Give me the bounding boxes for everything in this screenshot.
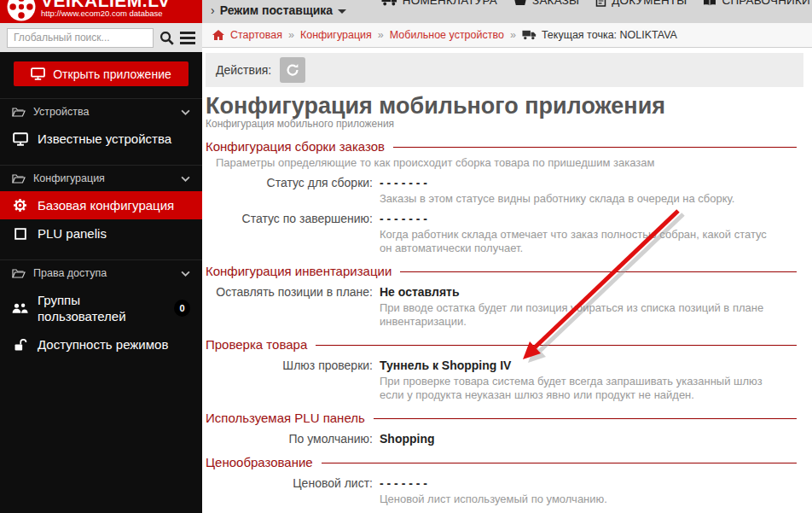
sidebar-nav: Открыть приложение Устройства Изв xyxy=(0,61,202,359)
search-icon[interactable] xyxy=(160,31,174,45)
field-default-plu: По умолчанию: Shopping xyxy=(206,431,805,446)
menu-item-label: СПРАВОЧНИКИ xyxy=(722,0,810,7)
field-value[interactable]: - - - - - - - xyxy=(380,175,805,190)
menu-item-label: НОМЕНКЛАТУРА xyxy=(403,0,497,7)
folder-open-icon xyxy=(12,268,26,279)
menu-item-documents[interactable]: ДОКУМЕНТЫ xyxy=(595,0,687,7)
section-pricing: Ценообразование Ценовой лист: - - - - - … xyxy=(206,454,805,506)
field-label: Статус по завершению: xyxy=(206,211,373,226)
section-title: Конфигурация инвентаризации xyxy=(206,263,392,279)
field-keep-positions: Оставлять позиции в плане: Не оставлять … xyxy=(206,284,805,329)
truck-icon xyxy=(522,30,536,40)
field-label: Ценовой лист: xyxy=(206,475,373,491)
breadcrumb-current: Текущая точка: NOLIKTAVA xyxy=(522,29,677,41)
field-description: При проверке товара система будет всегда… xyxy=(380,375,768,402)
monitor-icon xyxy=(12,132,28,146)
breadcrumb-link-home[interactable]: Стартовая xyxy=(230,29,282,41)
menu-item-orders[interactable]: ЗАКАЗЫ xyxy=(513,0,579,7)
menu-toggle-icon[interactable] xyxy=(180,32,195,44)
section-description: Параметры определяющие то как происходит… xyxy=(216,156,805,170)
breadcrumb-separator: » xyxy=(378,29,384,41)
chevron-right-glyph: › xyxy=(211,3,215,17)
section-rule xyxy=(400,271,797,272)
breadcrumb-current-label: Текущая точка: NOLIKTAVA xyxy=(542,29,677,41)
section-product-check: Проверка товара Шлюз проверки: Туннель к… xyxy=(206,336,805,402)
menu-item-label: ДОКУМЕНТЫ xyxy=(612,0,687,7)
global-search-bar xyxy=(0,23,202,52)
users-icon xyxy=(12,302,28,314)
search-input[interactable] xyxy=(7,28,154,48)
field-price-list: Ценовой лист: - - - - - - - Ценовой лист… xyxy=(206,475,805,506)
menu-item-directories[interactable]: СПРАВОЧНИКИ xyxy=(703,0,810,7)
sidebar-group-configuration[interactable]: Конфигурация xyxy=(0,165,202,191)
basket-icon xyxy=(513,0,527,6)
monitor-icon xyxy=(31,67,45,80)
field-label: По умолчанию: xyxy=(206,431,373,446)
menu-item-nomenclature[interactable]: НОМЕНКЛАТУРА xyxy=(381,0,497,7)
sidebar-group-label: Конфигурация xyxy=(33,172,105,184)
section-rule xyxy=(316,345,797,346)
actions-bar: Действия: xyxy=(206,53,803,87)
sidebar-item-base-configuration[interactable]: Базовая конфигурация xyxy=(0,191,202,219)
chevron-down-icon xyxy=(181,109,190,115)
logo[interactable]: VEIKALIEM.LV http://www.ecom20.com datab… xyxy=(0,0,202,23)
sidebar-item-plu-panelis[interactable]: PLU panelis xyxy=(0,219,202,248)
chevron-down-icon xyxy=(181,271,190,277)
top-menu-bar: › Режим поставщика НОМЕНКЛАТУРА ЗАКАЗЫ xyxy=(202,0,812,23)
section-rule xyxy=(322,463,797,463)
breadcrumb-separator: » xyxy=(288,29,294,41)
sidebar-item-known-devices[interactable]: Известные устройства xyxy=(0,125,202,153)
content: Действия: Конфигурация мобильного прилож… xyxy=(202,53,812,506)
caret-down-icon xyxy=(338,9,346,14)
sidebar-group-access-rights[interactable]: Права доступа xyxy=(0,259,202,286)
breadcrumb-link-configuration[interactable]: Конфигурация xyxy=(300,29,372,41)
field-description: При вводе остатка будет ли позиция убира… xyxy=(380,301,768,329)
folder-open-icon xyxy=(12,107,26,118)
field-description: Когда работник склада отмечает что заказ… xyxy=(380,228,768,255)
field-check-gateway: Шлюз проверки: Туннель к Shopping IV При… xyxy=(206,358,805,402)
supplier-mode-dropdown[interactable]: › Режим поставщика xyxy=(211,3,346,17)
section-rule xyxy=(393,147,797,148)
sidebar-item-label: Группы пользователей xyxy=(38,292,165,324)
open-application-label: Открыть приложение xyxy=(53,67,171,81)
refresh-button[interactable] xyxy=(280,57,305,83)
field-label: Шлюз проверки: xyxy=(206,358,373,373)
app-window: VEIKALIEM.LV http://www.ecom20.com datab… xyxy=(0,0,812,513)
section-title: Проверка товара xyxy=(206,336,307,353)
lock-open-icon xyxy=(12,339,28,351)
breadcrumb-separator: » xyxy=(510,29,516,41)
count-badge: 0 xyxy=(174,300,190,317)
sidebar-item-mode-availability[interactable]: Доступность режимов xyxy=(0,330,202,359)
breadcrumb: Стартовая » Конфигурация » Мобильное уст… xyxy=(202,23,812,48)
field-value[interactable]: - - - - - - - xyxy=(380,475,805,491)
field-value[interactable]: Shopping xyxy=(380,431,805,446)
field-description: Ценовой лист используемый по умолчанию. xyxy=(380,493,768,506)
sidebar-item-user-groups[interactable]: Группы пользователей 0 xyxy=(0,286,202,330)
field-value[interactable]: - - - - - - - xyxy=(380,211,805,226)
field-value[interactable]: Туннель к Shopping IV xyxy=(380,358,805,373)
truck-icon xyxy=(381,0,397,6)
top-menu-items: НОМЕНКЛАТУРА ЗАКАЗЫ ДОКУМЕНТЫ xyxy=(381,0,812,7)
sidebar-item-label: Базовая конфигурация xyxy=(38,197,174,213)
sidebar-group-devices[interactable]: Устройства xyxy=(0,98,202,125)
field-label: Статус для сборки: xyxy=(206,175,373,190)
sidebar-item-label: Известные устройства xyxy=(38,131,171,147)
film-reel-icon xyxy=(6,0,37,23)
actions-label: Действия: xyxy=(216,63,271,77)
field-description: Заказы в этом статусе видны работнику ск… xyxy=(380,192,768,206)
sidebar-item-label: PLU panelis xyxy=(38,225,107,242)
home-icon[interactable] xyxy=(212,30,224,40)
field-value[interactable]: Не оставлять xyxy=(380,284,805,300)
section-rule xyxy=(374,418,797,419)
section-title: Используемая PLU панель xyxy=(206,410,365,426)
open-application-button[interactable]: Открыть приложение xyxy=(14,61,188,86)
sidebar-group-label: Права доступа xyxy=(33,267,107,279)
chevron-down-icon xyxy=(181,176,190,182)
menu-item-label: ЗАКАЗЫ xyxy=(532,0,579,7)
section-title: Ценообразование xyxy=(206,454,313,470)
page-title: Конфигурация мобильного приложения xyxy=(206,94,805,118)
page-subtitle: Конфигурация мобильного приложения xyxy=(206,118,805,131)
gear-icon xyxy=(12,198,28,213)
breadcrumb-link-mobile-device[interactable]: Мобильное устройство xyxy=(390,29,504,41)
section-order-assembly: Конфигурация сборки заказов Параметры оп… xyxy=(206,138,805,255)
